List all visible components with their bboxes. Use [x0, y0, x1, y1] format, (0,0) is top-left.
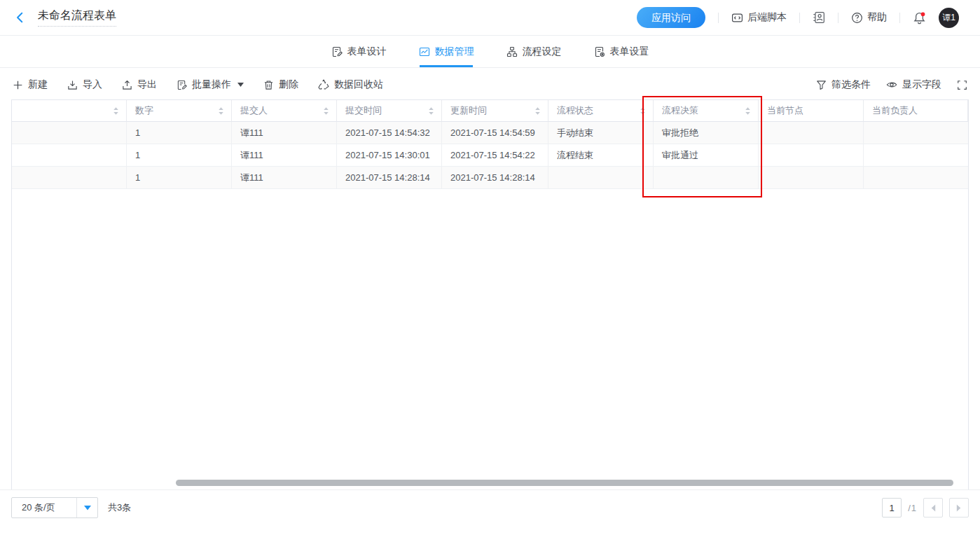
app-access-button[interactable]: 应用访问	[637, 7, 705, 28]
header-left: 未命名流程表单	[14, 8, 116, 27]
cell: 1	[127, 122, 232, 144]
recycle-bin-button[interactable]: 数据回收站	[318, 78, 383, 91]
prev-page-button[interactable]	[923, 498, 943, 517]
app-window: 未命名流程表单 应用访问 后端脚本 帮助	[0, 0, 980, 535]
table-header-row: 数字 提交人 提交时间 更新时间 流程状态	[12, 100, 968, 122]
sort-icon[interactable]	[218, 106, 224, 116]
export-icon	[122, 80, 132, 90]
display-fields-button[interactable]: 显示字段	[886, 78, 941, 91]
data-management-icon	[419, 46, 430, 57]
import-button[interactable]: 导入	[67, 78, 102, 91]
cell: 谭111	[232, 167, 337, 189]
cell	[759, 167, 864, 189]
cell: 2021-07-15 14:30:01	[337, 144, 442, 167]
column-header-submitter[interactable]: 提交人	[232, 100, 337, 122]
tab-workflow-settings[interactable]: 流程设定	[506, 36, 562, 67]
tab-label: 流程设定	[523, 46, 562, 58]
column-header-current-node[interactable]: 当前节点	[759, 100, 864, 122]
caret-down-icon	[76, 498, 97, 517]
page-total: /1	[908, 503, 917, 513]
import-icon	[67, 80, 78, 90]
tab-form-design[interactable]: 表单设计	[331, 36, 387, 67]
tab-label: 表单设置	[610, 46, 649, 58]
cell: 流程结束	[548, 144, 654, 167]
tab-form-settings[interactable]: 表单设置	[594, 36, 649, 67]
cell	[654, 167, 759, 189]
column-header-flow-decision[interactable]: 流程决策	[654, 100, 759, 122]
column-header-flow-status[interactable]: 流程状态	[548, 100, 654, 122]
tab-label: 表单设计	[347, 46, 387, 58]
page-size-value: 20 条/页	[12, 501, 76, 514]
divider	[718, 13, 719, 23]
tab-label: 数据管理	[435, 46, 474, 58]
divider	[838, 13, 838, 23]
cell: 2021-07-15 14:54:22	[442, 144, 548, 167]
next-page-button[interactable]	[949, 498, 969, 517]
total-count: 共3条	[108, 501, 131, 514]
horizontal-scrollbar-thumb[interactable]	[176, 480, 953, 486]
cell: 2021-07-15 14:28:14	[442, 167, 548, 189]
cell	[759, 122, 864, 144]
delete-label: 删除	[279, 78, 298, 91]
export-button[interactable]: 导出	[122, 78, 157, 91]
cell	[864, 122, 968, 144]
page-size-select[interactable]: 20 条/页	[11, 497, 98, 518]
batch-operations-button[interactable]: 批量操作	[177, 78, 244, 91]
backend-script-button[interactable]: 后端脚本	[731, 11, 787, 24]
sort-icon[interactable]	[323, 106, 329, 116]
cell: 1	[127, 144, 232, 167]
question-circle-icon	[851, 12, 863, 24]
cell: 2021-07-15 14:28:14	[337, 167, 442, 189]
export-label: 导出	[137, 78, 157, 91]
tab-data-management[interactable]: 数据管理	[419, 36, 474, 67]
cell	[12, 144, 127, 167]
header-right: 应用访问 后端脚本 帮助 谭1	[637, 7, 959, 28]
chevron-left-icon	[14, 11, 27, 24]
form-design-icon	[331, 46, 343, 57]
sort-icon[interactable]	[428, 106, 434, 116]
workflow-icon	[506, 46, 518, 57]
user-avatar[interactable]: 谭1	[939, 8, 959, 28]
column-header-submit-time[interactable]: 提交时间	[337, 100, 442, 122]
toolbar-right: 筛选条件 显示字段	[816, 78, 967, 91]
delete-button[interactable]: 删除	[263, 78, 298, 91]
table-row[interactable]: 1 谭111 2021-07-15 14:28:14 2021-07-15 14…	[12, 167, 968, 189]
cell: 审批拒绝	[654, 122, 759, 144]
filter-button[interactable]: 筛选条件	[816, 78, 871, 91]
cell	[548, 167, 654, 189]
recycle-icon	[318, 79, 329, 90]
batch-edit-icon	[177, 80, 187, 90]
cell	[864, 144, 968, 167]
column-header-number[interactable]: 数字	[127, 100, 232, 122]
sort-icon[interactable]	[640, 106, 646, 116]
page-number-input[interactable]	[882, 498, 902, 517]
sort-icon[interactable]	[113, 106, 119, 116]
table-row[interactable]: 1 谭111 2021-07-15 14:30:01 2021-07-15 14…	[12, 144, 968, 167]
tab-bar: 表单设计 数据管理 流程设定 表单设置	[0, 36, 980, 68]
new-record-button[interactable]: 新建	[13, 78, 48, 91]
column-header-blank[interactable]	[12, 100, 127, 122]
cell	[864, 167, 968, 189]
cell: 手动结束	[548, 122, 654, 144]
contacts-icon[interactable]	[813, 11, 825, 24]
divider	[799, 13, 800, 23]
code-icon	[731, 12, 743, 24]
back-button[interactable]	[14, 11, 27, 24]
fullscreen-button[interactable]	[957, 80, 967, 90]
filter-label: 筛选条件	[831, 78, 871, 91]
sort-icon[interactable]	[745, 106, 751, 116]
table-row[interactable]: 1 谭111 2021-07-15 14:54:32 2021-07-15 14…	[12, 122, 968, 144]
sort-icon[interactable]	[534, 106, 541, 116]
cell: 审批通过	[654, 144, 759, 167]
page-title[interactable]: 未命名流程表单	[38, 8, 116, 27]
fullscreen-icon	[957, 80, 967, 90]
divider	[899, 13, 900, 23]
column-header-update-time[interactable]: 更新时间	[442, 100, 548, 122]
notification-bell-icon[interactable]	[913, 11, 926, 25]
column-header-current-owner[interactable]: 当前负责人	[864, 100, 968, 122]
help-button[interactable]: 帮助	[851, 11, 887, 24]
cell: 谭111	[232, 122, 337, 144]
cell	[12, 122, 127, 144]
form-settings-icon	[594, 46, 605, 57]
recycle-bin-label: 数据回收站	[334, 78, 383, 91]
